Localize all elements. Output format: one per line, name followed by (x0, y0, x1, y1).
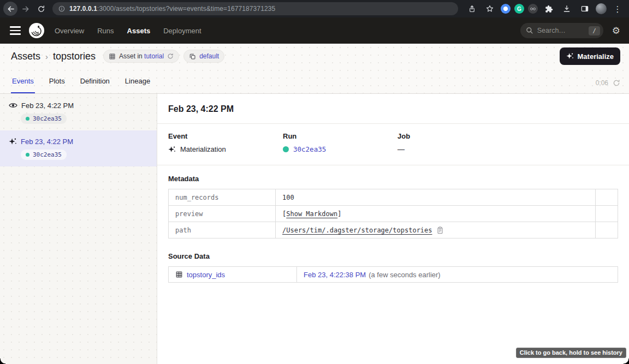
event-summary-columns: Event Materialization Run 30c2ea35 Job — (157, 124, 629, 165)
asset-tags: Asset in tutorial default (103, 50, 224, 63)
event-list-sidebar: Feb 23, 4:22 PM 30c2ea35 Feb 23, 4:22 PM… (0, 94, 157, 364)
event-column: Event Materialization (168, 132, 283, 153)
dagster-logo[interactable] (28, 22, 45, 39)
run-status-dot (26, 153, 29, 157)
job-label: Job (397, 132, 512, 140)
search-input[interactable]: Search… / (520, 23, 603, 38)
share-icon (468, 5, 476, 13)
profile-avatar[interactable] (596, 3, 607, 14)
show-markdown-link[interactable]: Show Markdown (286, 210, 337, 218)
asset-tag-tutorial-link[interactable]: tutorial (144, 52, 164, 60)
source-data-heading: Source Data (168, 252, 618, 260)
event-type-value: Materialization (180, 145, 226, 153)
browser-actions: G ⋮ (465, 2, 625, 16)
run-id: 30c2ea35 (33, 115, 62, 122)
extensions-button[interactable] (542, 2, 556, 16)
kebab-menu-icon: ⋮ (614, 5, 622, 13)
clipboard-copy-icon[interactable] (436, 226, 444, 234)
timer-value: 0:06 (596, 79, 608, 87)
source-timestamp-link[interactable]: Feb 23, 4:22:38 PM (304, 271, 366, 279)
puzzle-icon (545, 5, 553, 13)
arrow-right-icon (21, 4, 31, 14)
metadata-actions-cell (596, 189, 618, 206)
hamburger-menu-icon[interactable] (10, 26, 21, 35)
search-icon (526, 27, 533, 34)
back-button[interactable] (3, 2, 17, 16)
side-panel-button[interactable] (578, 2, 592, 16)
nav-item-assets[interactable]: Assets (127, 27, 151, 35)
source-asset-link[interactable]: topstory_ids (187, 271, 225, 279)
app-nav: Overview Runs Assets Deployment Search… … (0, 17, 629, 44)
metadata-value: 100 (276, 189, 596, 206)
sparkle-icon (566, 52, 574, 60)
event-list-item-materialization[interactable]: Feb 23, 4:22 PM 30c2ea35 (0, 130, 157, 166)
tab-definition[interactable]: Definition (79, 77, 111, 93)
breadcrumb-separator: › (45, 52, 48, 61)
url-host: 127.0.0.1 (69, 5, 97, 13)
nav-item-runs[interactable]: Runs (97, 27, 114, 35)
bookmark-button[interactable] (483, 2, 497, 16)
refresh-small-icon[interactable] (167, 53, 174, 59)
side-panel-icon (580, 4, 589, 13)
nav-item-overview[interactable]: Overview (55, 27, 84, 35)
download-icon (562, 4, 571, 13)
run-id-pill[interactable]: 30c2ea35 (21, 114, 67, 124)
copy-stack-icon (189, 53, 196, 60)
browser-back-tooltip: Click to go back, hold to see history (516, 348, 626, 358)
refresh-timer: 0:06 (596, 79, 620, 93)
breadcrumb-assets-link[interactable]: Assets (11, 51, 40, 62)
settings-gear-icon[interactable]: ⚙ (612, 26, 620, 35)
breadcrumb: Assets › topstories (11, 51, 96, 62)
event-list-item-observation[interactable]: Feb 23, 4:22 PM 30c2ea35 (0, 94, 157, 130)
downloads-button[interactable] (560, 2, 574, 16)
info-icon[interactable] (58, 5, 66, 13)
breadcrumb-row: Assets › topstories Asset in tutorial de… (0, 44, 629, 69)
window-corner (624, 359, 629, 364)
forward-button[interactable] (19, 2, 33, 16)
tabs: Events Plots Definition Lineage 0:06 (0, 69, 629, 93)
materialize-button-label: Materialize (578, 52, 614, 61)
screen: 127.0.0.1:3000/assets/topstories?view=ev… (0, 0, 629, 364)
url-text: 127.0.0.1:3000/assets/topstories?view=ev… (69, 5, 275, 13)
materialize-button[interactable]: Materialize (560, 47, 620, 65)
tab-lineage[interactable]: Lineage (124, 77, 151, 93)
share-button[interactable] (465, 2, 479, 16)
tab-events[interactable]: Events (11, 77, 35, 93)
run-id-link[interactable]: 30c2ea35 (293, 145, 326, 153)
reload-button[interactable] (34, 2, 48, 16)
table-row: topstory_ids Feb 23, 4:22:38 PM(a few se… (169, 267, 618, 283)
nav-item-deployment[interactable]: Deployment (163, 27, 201, 35)
glasses-extension-icon[interactable] (528, 4, 538, 14)
metadata-key: num_records (169, 189, 276, 206)
metadata-actions-cell (596, 222, 618, 238)
search-shortcut-badge: / (589, 26, 600, 35)
table-row: num_records 100 (169, 189, 618, 206)
run-status-dot (26, 117, 29, 121)
star-icon (485, 4, 494, 13)
url-bar[interactable]: 127.0.0.1:3000/assets/topstories?view=ev… (52, 2, 458, 15)
event-detail-panel: Feb 23, 4:22 PM Event Materialization Ru… (157, 94, 629, 364)
browser-menu-button[interactable]: ⋮ (610, 2, 625, 16)
run-column: Run 30c2ea35 (283, 132, 397, 153)
metadata-section: Metadata num_records 100 preview [Show M… (157, 165, 629, 243)
source-data-section: Source Data topstory_ids Feb 23, 4:22:38… (157, 243, 629, 287)
asset-page-header: Assets › topstories Asset in tutorial de… (0, 44, 629, 94)
event-label: Event (168, 132, 283, 140)
grammarly-icon[interactable]: G (514, 4, 524, 14)
extension-one-icon[interactable] (501, 4, 511, 14)
asset-group-tag[interactable]: Asset in tutorial (103, 50, 179, 63)
metadata-actions-cell (596, 206, 618, 222)
tab-plots[interactable]: Plots (48, 77, 66, 93)
default-group-tag[interactable]: default (183, 50, 224, 63)
refresh-icon[interactable] (613, 79, 620, 87)
bracket: ] (337, 210, 341, 218)
run-id-pill[interactable]: 30c2ea35 (21, 150, 67, 160)
path-link[interactable]: /Users/tim/.dagster/storage/topstories (282, 226, 432, 234)
table-grid-icon (175, 271, 183, 278)
job-column: Job — (397, 132, 512, 153)
metadata-key: preview (169, 206, 276, 222)
reload-icon (37, 5, 45, 13)
eye-icon (9, 101, 17, 110)
page-title: topstories (53, 51, 96, 62)
run-label: Run (283, 132, 397, 140)
